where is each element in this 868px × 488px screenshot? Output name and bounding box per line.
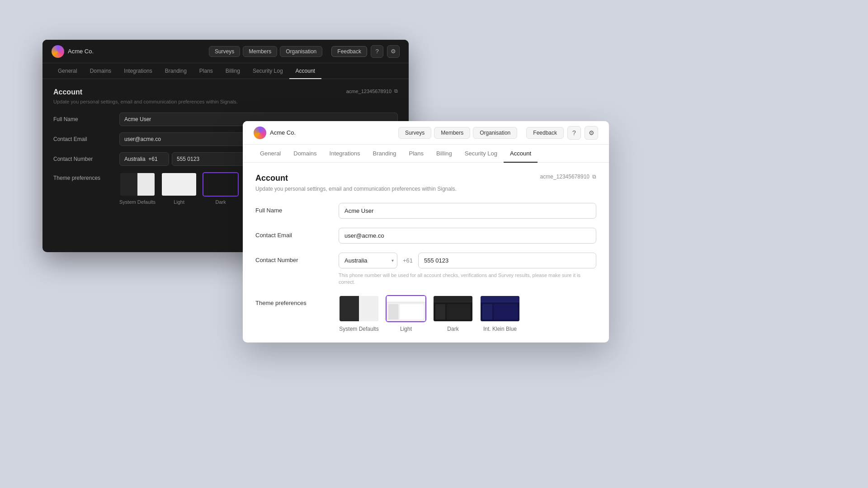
light-nav-buttons: Surveys Members Organisation [398,127,517,139]
light-account-header: Account acme_12345678910 ⧉ [255,174,596,183]
light-email-label: Contact Email [255,228,328,239]
dark-account-desc: Update you personal settings, email and … [53,99,398,104]
light-organisation-btn[interactable]: Organisation [473,127,517,139]
light-email-input[interactable] [339,228,596,244]
dark-theme-label: Theme preferences [53,172,112,181]
dark-topbar: Acme Co. Surveys Members Organisation Fe… [42,40,409,63]
light-theme-dark[interactable]: Dark [433,295,473,332]
light-members-btn[interactable]: Members [434,127,470,139]
light-phone-inputs: Australia ▾ +61 This phone number will b… [339,253,596,286]
light-phone-inner-row: Australia ▾ +61 [339,253,596,268]
dark-company-name: Acme Co. [68,48,94,55]
dark-theme-system[interactable]: System Defaults [119,172,156,205]
dark-tab-general[interactable]: General [52,63,84,79]
dark-theme-options: System Defaults Light Dark [119,172,239,205]
dark-gear-icon: ⚙ [391,48,396,55]
light-tab-domains[interactable]: Domains [287,145,323,162]
dark-system-name: System Defaults [119,199,156,205]
dark-phone-label: Contact Number [53,156,112,162]
dark-tabs: General Domains Integrations Branding Pl… [42,63,409,79]
light-company-name: Acme Co. [270,129,296,136]
light-fullname-label: Full Name [255,203,328,214]
dark-logo-icon [52,45,64,58]
light-phone-label: Contact Number [255,253,328,263]
dark-dark-name: Dark [215,199,226,205]
light-light-name: Light [400,326,412,332]
light-phone-code: +61 [401,253,415,268]
light-help-btn[interactable]: ? [567,126,581,140]
light-tab-general[interactable]: General [254,145,287,162]
light-content: Account acme_12345678910 ⧉ Update you pe… [243,163,609,337]
light-phone-hint: This phone number will be used for all a… [339,272,596,286]
dark-theme-light[interactable]: Light [161,172,197,205]
light-feedback-btn[interactable]: Feedback [526,127,564,139]
dark-tab-integrations[interactable]: Integrations [118,63,159,79]
dark-nav-buttons: Surveys Members Organisation [209,46,322,57]
dark-theme-dark[interactable]: Dark [203,172,239,205]
light-topbar: Acme Co. Surveys Members Organisation Fe… [243,121,609,145]
dark-fullname-label: Full Name [53,116,112,122]
light-tab-plans[interactable]: Plans [403,145,430,162]
dark-tab-billing[interactable]: Billing [219,63,246,79]
light-email-row: Contact Email [255,228,596,244]
light-phone-row: Contact Number Australia ▾ +61 This phon… [255,253,596,286]
dark-tab-branding[interactable]: Branding [159,63,193,79]
dark-tab-plans[interactable]: Plans [193,63,219,79]
dark-tab-account[interactable]: Account [289,63,321,79]
light-dark-thumbnail [433,295,473,322]
light-tabs: General Domains Integrations Branding Pl… [243,145,609,163]
dark-members-btn[interactable]: Members [243,46,277,57]
dark-right-actions: Feedback ? ⚙ [331,45,400,58]
dark-settings-btn[interactable]: ⚙ [387,45,400,58]
dark-logo-area: Acme Co. [52,45,94,58]
light-tab-integrations[interactable]: Integrations [323,145,367,162]
dark-email-label: Contact Email [53,136,112,142]
light-theme-label: Theme preferences [255,295,328,306]
light-tab-account[interactable]: Account [504,145,538,162]
light-system-thumbnail [339,295,379,322]
dark-organisation-btn[interactable]: Organisation [280,46,322,57]
dark-question-icon: ? [375,48,378,55]
dark-account-header: Account acme_12345678910 ⧉ [53,88,398,96]
dark-account-id-text: acme_12345678910 [346,89,392,94]
light-right-actions: Feedback ? ⚙ [526,126,598,140]
light-theme-options: System Defaults Light [339,295,520,332]
light-theme-klein[interactable]: Int. Klein Blue [480,295,520,332]
light-tab-branding[interactable]: Branding [366,145,402,162]
light-settings-btn[interactable]: ⚙ [585,126,598,140]
light-account-id: acme_12345678910 ⧉ [540,174,596,180]
light-fullname-input[interactable] [339,203,596,219]
dark-surveys-btn[interactable]: Surveys [209,46,240,57]
light-fullname-row: Full Name [255,203,596,219]
light-theme-section: Theme preferences System Defaults [255,295,596,332]
dark-dark-thumbnail [203,172,239,197]
dark-light-thumbnail [161,172,197,197]
light-phone-input[interactable] [418,253,596,268]
dark-copy-icon[interactable]: ⧉ [394,88,398,94]
light-theme-light[interactable]: Light [386,295,426,332]
light-theme-system[interactable]: System Defaults [339,295,379,332]
light-copy-icon[interactable]: ⧉ [592,174,596,180]
dark-account-id: acme_12345678910 ⧉ [346,88,398,94]
light-surveys-btn[interactable]: Surveys [398,127,431,139]
dark-country-input[interactable] [119,152,169,166]
dark-tab-securitylog[interactable]: Security Log [246,63,289,79]
dark-tab-domains[interactable]: Domains [84,63,118,79]
light-question-icon: ? [572,129,576,136]
light-klein-thumbnail [480,295,520,322]
dark-system-thumbnail [119,172,156,197]
light-country-select[interactable]: Australia [339,253,397,268]
light-klein-name: Int. Klein Blue [483,326,517,332]
dark-help-btn[interactable]: ? [371,45,383,58]
light-account-id-text: acme_12345678910 [540,174,590,180]
light-system-name: System Defaults [339,326,378,332]
light-dark-name: Dark [447,326,458,332]
light-logo-icon [254,127,266,139]
light-country-wrapper: Australia ▾ [339,253,397,268]
dark-feedback-btn[interactable]: Feedback [331,46,367,57]
light-account-title: Account [255,174,288,183]
dark-light-name: Light [174,199,184,205]
light-tab-securitylog[interactable]: Security Log [458,145,504,162]
light-gear-icon: ⚙ [589,129,594,136]
light-tab-billing[interactable]: Billing [430,145,458,162]
